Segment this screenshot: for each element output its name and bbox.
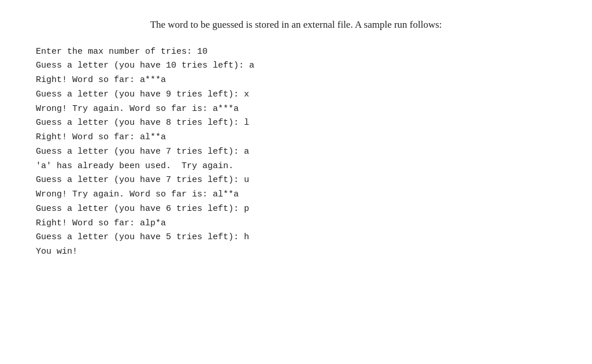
terminal-line: Guess a letter (you have 9 tries left): … <box>36 88 556 102</box>
terminal-line: Guess a letter (you have 7 tries left): … <box>36 145 556 159</box>
terminal-line: Guess a letter (you have 8 tries left): … <box>36 116 556 131</box>
terminal-line: Guess a letter (you have 6 tries left): … <box>36 202 556 217</box>
terminal-output: Enter the max number of tries: 10Guess a… <box>36 45 556 259</box>
terminal-line: Right! Word so far: al**a <box>36 131 556 145</box>
terminal-line: Right! Word so far: alp*a <box>36 217 556 231</box>
terminal-line: Guess a letter (you have 7 tries left): … <box>36 173 556 188</box>
terminal-line: Wrong! Try again. Word so far is: a***a <box>36 102 556 117</box>
terminal-line: You win! <box>36 245 556 259</box>
terminal-line: Right! Word so far: a***a <box>36 73 556 88</box>
intro-paragraph: The word to be guessed is stored in an e… <box>150 17 442 32</box>
terminal-line: Guess a letter (you have 5 tries left): … <box>36 231 556 245</box>
terminal-line: Wrong! Try again. Word so far is: al**a <box>36 188 556 202</box>
terminal-line: Guess a letter (you have 10 tries left):… <box>36 59 556 73</box>
terminal-line: 'a' has already been used. Try again. <box>36 159 556 174</box>
terminal-line: Enter the max number of tries: 10 <box>36 45 556 60</box>
